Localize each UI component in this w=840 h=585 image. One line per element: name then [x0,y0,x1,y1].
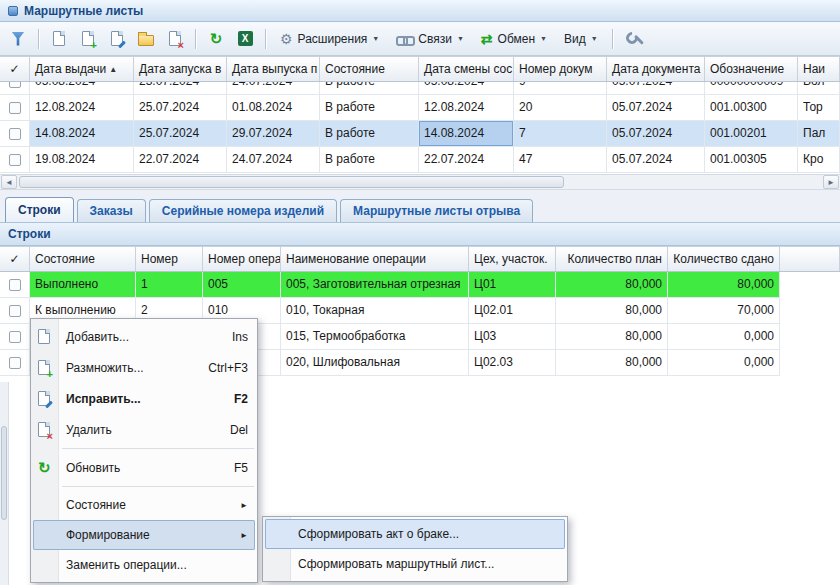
cell[interactable]: 80,000 [556,298,668,324]
scrollbar-thumb[interactable] [19,176,564,188]
menu-item-replace-operations[interactable]: Заменить операции... [31,550,257,580]
cell[interactable]: 29.07.2024 [227,121,320,147]
tab-stroki[interactable]: Строки [5,197,74,222]
new-document-button[interactable] [46,27,72,51]
cell[interactable]: Тор [798,95,840,121]
table-row[interactable]: 19.08.2024 22.07.2024 24.07.2024 В работ… [0,147,840,173]
menu-item-edit[interactable]: Исправить... F2 [31,383,257,414]
cell[interactable]: 70,000 [668,298,780,324]
cell[interactable]: 80,000 [556,324,668,350]
row-checkbox[interactable] [0,324,30,350]
cell[interactable]: 05.07.2024 [607,82,705,95]
cell[interactable]: 24.07.2024 [227,82,320,95]
edit-document-button[interactable] [104,27,130,51]
submenu-item-form-route-sheet[interactable]: Сформировать маршрутный лист... [263,549,567,579]
tab-serial-numbers[interactable]: Серийные номера изделий [149,199,337,222]
cell[interactable]: 9 [514,82,607,95]
exchange-dropdown[interactable]: ⇄ Обмен ▼ [474,27,554,51]
settings-button[interactable] [620,27,646,51]
cell-status[interactable]: Выполнено [30,272,136,298]
cell[interactable]: 12.08.2024 [419,95,514,121]
cell[interactable]: 47 [514,147,607,173]
row-checkbox[interactable] [0,82,30,95]
cell[interactable]: 05.08.2024 [30,82,134,95]
menu-item-delete[interactable]: × Удалить Del [31,414,257,445]
focused-cell[interactable]: 14.08.2024 [419,121,514,147]
row-checkbox[interactable] [0,298,30,324]
submenu-item-form-defect-act[interactable]: Сформировать акт о браке... [265,519,565,549]
cell[interactable]: 001.00305 [705,147,798,173]
cell[interactable]: 020, Шлифовальная [281,350,469,376]
row-checkbox[interactable] [0,350,30,376]
column-header-doc-number[interactable]: Номер докум [514,57,607,81]
column-header-number[interactable]: Номер [136,247,203,271]
cell[interactable]: В работе [320,147,419,173]
horizontal-scrollbar[interactable]: ◄ ► [0,174,840,190]
row-checkbox[interactable] [0,147,30,173]
cell[interactable]: 25.07.2024 [134,121,227,147]
column-header-release-date[interactable]: Дата выпуска п [227,57,320,81]
cell[interactable]: 23.07.2024 [134,82,227,95]
row-checkbox[interactable] [0,121,30,147]
cell[interactable]: 25.07.2024 [134,95,227,121]
excel-export-button[interactable]: X [232,27,258,51]
cell[interactable]: 24.07.2024 [227,147,320,173]
column-header-state[interactable]: Состояние [320,57,419,81]
table-row-done[interactable]: Выполнено 1 005 005, Заготовительная отр… [0,272,840,298]
links-dropdown[interactable]: Связи ▼ [389,27,471,51]
column-header-designation[interactable]: Обозначение [705,57,798,81]
cell[interactable]: 05.08.2024 [419,82,514,95]
cell[interactable]: Ц03 [469,324,556,350]
cell[interactable]: В работе [320,121,419,147]
column-header-state-change-date[interactable]: Дата смены сос [419,57,514,81]
cell[interactable]: 01.08.2024 [227,95,320,121]
cell[interactable]: 22.07.2024 [419,147,514,173]
extensions-dropdown[interactable]: ⚙ Расширения ▼ [273,27,386,51]
column-header-workshop[interactable]: Цех, участок. [469,247,556,271]
cell[interactable]: Ц02.01 [469,298,556,324]
menu-item-add[interactable]: Добавить... Ins [31,321,257,352]
cell[interactable]: 12.08.2024 [30,95,134,121]
cell[interactable]: 80,000 [556,350,668,376]
menu-item-state[interactable]: Состояние ► [31,490,257,520]
cell[interactable]: 14.08.2024 [30,121,134,147]
table-row[interactable]: 12.08.2024 25.07.2024 01.08.2024 В работ… [0,95,840,121]
cell[interactable]: 80,000 [556,272,668,298]
column-header-launch-date[interactable]: Дата запуска в [134,57,227,81]
cell[interactable]: 19.08.2024 [30,147,134,173]
cell[interactable]: 010, Токарная [281,298,469,324]
cell[interactable]: 00000000009 [705,82,798,95]
cell[interactable]: 05.07.2024 [607,121,705,147]
cell[interactable]: В работе [320,82,419,95]
select-all-header[interactable]: ✓ [0,247,30,271]
view-dropdown[interactable]: Вид ▼ [557,27,605,51]
tab-zakazy[interactable]: Заказы [77,199,146,222]
row-checkbox[interactable] [0,95,30,121]
tab-route-sheets-detach[interactable]: Маршрутные листы отрыва [340,199,533,222]
scroll-right-button[interactable]: ► [823,175,839,189]
column-header-qty-done[interactable]: Количество сдано [668,247,780,271]
cell[interactable]: 80,000 [668,272,780,298]
cell[interactable]: 22.07.2024 [134,147,227,173]
column-header-doc-date[interactable]: Дата документа [607,57,705,81]
cell[interactable]: 1 [136,272,203,298]
delete-document-button[interactable]: × [162,27,188,51]
table-row-selected[interactable]: 14.08.2024 25.07.2024 29.07.2024 В работ… [0,121,840,147]
cell[interactable]: 005 [203,272,281,298]
cell[interactable]: В работе [320,95,419,121]
refresh-button[interactable]: ↻ [203,27,229,51]
cell[interactable]: 005, Заготовительная отрезная [281,272,469,298]
column-header-op-name[interactable]: Наименование операции [281,247,469,271]
cell[interactable]: 0,000 [668,350,780,376]
filter-button[interactable] [5,27,31,51]
cell[interactable]: 001.00300 [705,95,798,121]
cell[interactable]: 05.07.2024 [607,95,705,121]
select-all-header[interactable]: ✓ [0,57,30,81]
vertical-scrollbar[interactable] [0,382,9,585]
cell[interactable]: Вол [798,82,840,95]
cell[interactable]: 05.07.2024 [607,147,705,173]
cell[interactable]: 7 [514,121,607,147]
cell[interactable]: Пал [798,121,840,147]
menu-item-refresh[interactable]: ↻ Обновить F5 [31,452,257,483]
column-header-name[interactable]: Наи [798,57,840,81]
